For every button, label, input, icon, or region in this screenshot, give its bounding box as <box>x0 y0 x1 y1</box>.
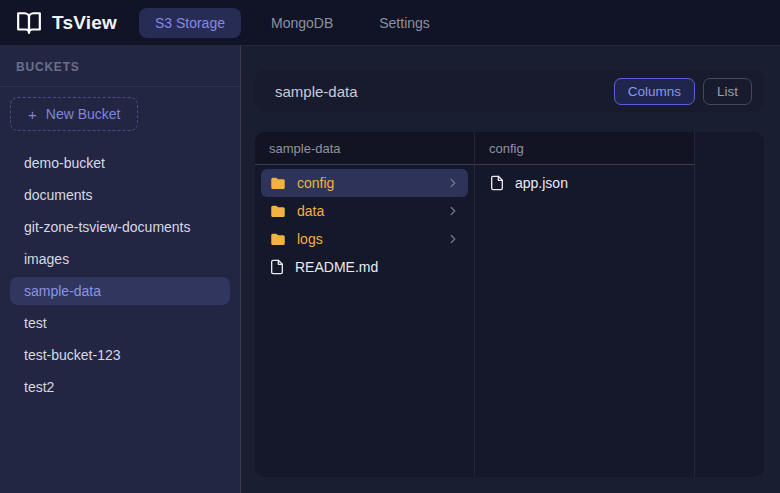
file-column-sample-data: sample-dataconfigdatalogsREADME.md <box>255 132 475 477</box>
file-column-config: configapp.json <box>475 132 695 477</box>
file-icon <box>269 259 285 275</box>
bucket-item-images[interactable]: images <box>10 245 230 273</box>
view-toggle: ColumnsList <box>614 78 752 105</box>
file-row-label: data <box>297 203 436 219</box>
chevron-right-icon <box>446 176 460 190</box>
bucket-item-demo-bucket[interactable]: demo-bucket <box>10 149 230 177</box>
app-window: TsView S3 StorageMongoDBSettings BUCKETS… <box>0 0 780 493</box>
file-row-label: logs <box>297 231 436 247</box>
sidebar: BUCKETS + New Bucket demo-bucketdocument… <box>0 46 241 493</box>
tab-mongodb[interactable]: MongoDB <box>255 8 349 38</box>
new-bucket-button[interactable]: + New Bucket <box>10 97 138 131</box>
tab-settings[interactable]: Settings <box>363 8 446 38</box>
navbar-tabs: S3 StorageMongoDBSettings <box>139 8 446 38</box>
buckets-section-header: BUCKETS <box>0 46 240 87</box>
bucket-item-git-zone-tsview-documents[interactable]: git-zone-tsview-documents <box>10 213 230 241</box>
column-header: config <box>475 132 694 165</box>
app-brand: TsView <box>16 10 117 36</box>
sidebar-body: + New Bucket demo-bucketdocumentsgit-zon… <box>0 87 240 405</box>
bucket-item-documents[interactable]: documents <box>10 181 230 209</box>
column-body: app.json <box>475 165 694 201</box>
current-bucket-title: sample-data <box>275 83 358 100</box>
bucket-header-bar: sample-data ColumnsList <box>255 70 764 112</box>
new-bucket-label: New Bucket <box>46 106 121 122</box>
content-area: BUCKETS + New Bucket demo-bucketdocument… <box>0 46 780 493</box>
file-row-logs[interactable]: logs <box>261 225 468 253</box>
book-open-icon <box>16 10 42 36</box>
folder-icon <box>269 230 287 248</box>
bucket-item-sample-data[interactable]: sample-data <box>10 277 230 305</box>
file-row-readme-md[interactable]: README.md <box>261 253 468 281</box>
chevron-right-icon <box>446 232 460 246</box>
file-row-label: README.md <box>295 259 460 275</box>
file-row-data[interactable]: data <box>261 197 468 225</box>
main-area: sample-data ColumnsList sample-dataconfi… <box>241 46 780 493</box>
file-row-label: config <box>297 175 436 191</box>
file-row-config[interactable]: config <box>261 169 468 197</box>
view-list-button[interactable]: List <box>703 78 752 105</box>
view-columns-button[interactable]: Columns <box>614 78 695 105</box>
top-navbar: TsView S3 StorageMongoDBSettings <box>0 0 780 46</box>
folder-icon <box>269 202 287 220</box>
folder-icon <box>269 174 287 192</box>
file-icon <box>489 175 505 191</box>
chevron-right-icon <box>446 204 460 218</box>
file-columns-panel: sample-dataconfigdatalogsREADME.mdconfig… <box>255 132 764 477</box>
bucket-item-test[interactable]: test <box>10 309 230 337</box>
bucket-item-test2[interactable]: test2 <box>10 373 230 401</box>
file-row-label: app.json <box>515 175 680 191</box>
app-title: TsView <box>52 12 117 34</box>
column-header: sample-data <box>255 132 474 165</box>
bucket-item-test-bucket-123[interactable]: test-bucket-123 <box>10 341 230 369</box>
plus-icon: + <box>28 107 37 122</box>
tab-s3-storage[interactable]: S3 Storage <box>139 8 241 38</box>
file-row-app-json[interactable]: app.json <box>481 169 688 197</box>
column-body: configdatalogsREADME.md <box>255 165 474 285</box>
bucket-list: demo-bucketdocumentsgit-zone-tsview-docu… <box>10 149 230 401</box>
